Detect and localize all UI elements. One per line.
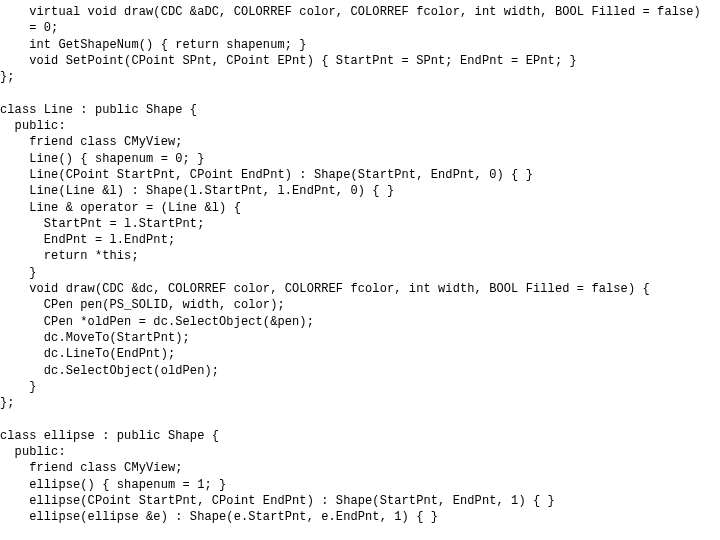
code-line: Line(CPoint StartPnt, CPoint EndPnt) : S…	[0, 168, 533, 182]
code-line: dc.MoveTo(StartPnt);	[0, 331, 190, 345]
code-line: public:	[0, 445, 66, 459]
code-line: void SetPoint(CPoint SPnt, CPoint EPnt) …	[0, 54, 577, 68]
code-line: ellipse() { shapenum = 1; }	[0, 478, 226, 492]
code-line: StartPnt = l.StartPnt;	[0, 217, 204, 231]
code-line: ellipse(ellipse &e) : Shape(e.StartPnt, …	[0, 510, 438, 524]
code-line: dc.SelectObject(oldPen);	[0, 364, 219, 378]
code-line: virtual void draw(CDC &aDC, COLORREF col…	[0, 5, 701, 19]
code-line: void draw(CDC &dc, COLORREF color, COLOR…	[0, 282, 650, 296]
code-line: Line & operator = (Line &l) {	[0, 201, 241, 215]
code-line: friend class CMyView;	[0, 461, 183, 475]
code-line: ellipse(CPoint StartPnt, CPoint EndPnt) …	[0, 494, 555, 508]
code-line: int GetShapeNum() { return shapenum; }	[0, 38, 307, 52]
code-listing: virtual void draw(CDC &aDC, COLORREF col…	[0, 0, 720, 526]
code-line: EndPnt = l.EndPnt;	[0, 233, 175, 247]
code-line: CPen *oldPen = dc.SelectObject(&pen);	[0, 315, 314, 329]
code-line: CPen pen(PS_SOLID, width, color);	[0, 298, 285, 312]
code-line: return *this;	[0, 249, 139, 263]
code-line: class Line : public Shape {	[0, 103, 197, 117]
code-line: Line() { shapenum = 0; }	[0, 152, 204, 166]
code-line: };	[0, 396, 15, 410]
code-line: class ellipse : public Shape {	[0, 429, 219, 443]
code-line: Line(Line &l) : Shape(l.StartPnt, l.EndP…	[0, 184, 394, 198]
code-line: = 0;	[0, 21, 58, 35]
code-line: }	[0, 380, 37, 394]
code-line: }	[0, 266, 37, 280]
code-line: friend class CMyView;	[0, 135, 183, 149]
code-line: public:	[0, 119, 66, 133]
code-line: dc.LineTo(EndPnt);	[0, 347, 175, 361]
code-line: };	[0, 70, 15, 84]
